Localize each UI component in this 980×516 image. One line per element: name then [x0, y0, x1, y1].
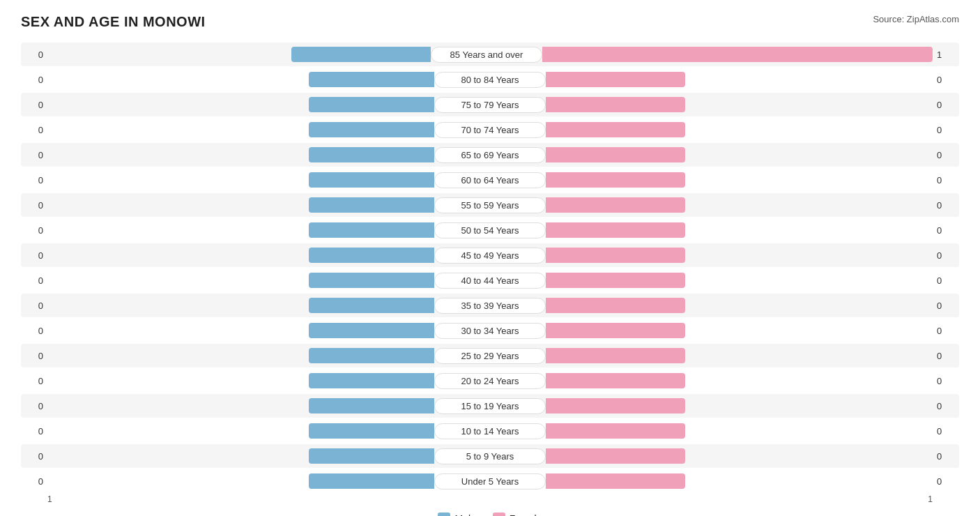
legend: Male Female — [21, 513, 959, 516]
bars-container: 15 to 19 Years — [47, 394, 933, 418]
axis-right-label: 1 — [928, 494, 933, 504]
age-label: 5 to 9 Years — [434, 448, 546, 464]
bar-row: 0 50 to 54 Years 0 — [21, 218, 959, 242]
female-bar-wrap — [546, 222, 933, 238]
female-bar-wrap — [546, 72, 933, 87]
female-bar — [546, 448, 685, 464]
bars-container: 65 to 69 Years — [47, 143, 933, 167]
bars-container: 30 to 34 Years — [47, 319, 933, 342]
right-value: 0 — [933, 100, 959, 110]
male-bar — [309, 398, 434, 413]
age-label: 45 to 49 Years — [434, 248, 546, 264]
bar-row: 0 45 to 49 Years 0 — [21, 243, 959, 267]
legend-male-box — [438, 513, 450, 516]
left-value: 0 — [21, 426, 47, 437]
female-bar-wrap — [546, 248, 933, 263]
age-label: 30 to 34 Years — [434, 323, 546, 339]
age-label: 25 to 29 Years — [434, 348, 546, 364]
age-label: 10 to 14 Years — [434, 423, 546, 439]
male-bar — [309, 197, 434, 213]
left-value: 0 — [21, 351, 47, 361]
male-bar — [309, 373, 434, 388]
bars-container: 75 to 79 Years — [47, 93, 933, 116]
age-label: 20 to 24 Years — [434, 373, 546, 389]
right-value: 0 — [933, 150, 959, 160]
age-label: 55 to 59 Years — [434, 197, 546, 213]
left-value: 0 — [21, 301, 47, 311]
left-value: 0 — [21, 476, 47, 487]
right-value: 0 — [933, 376, 959, 386]
age-label: 40 to 44 Years — [434, 273, 546, 289]
female-bar — [546, 423, 685, 439]
age-label: 65 to 69 Years — [434, 147, 546, 163]
female-bar — [546, 97, 685, 112]
right-value: 0 — [933, 75, 959, 85]
bars-container: 5 to 9 Years — [47, 444, 933, 468]
bars-container: 40 to 44 Years — [47, 268, 933, 292]
left-value: 0 — [21, 150, 47, 160]
bar-row: 0 5 to 9 Years 0 — [21, 444, 959, 468]
female-bar — [546, 172, 685, 188]
left-value: 0 — [21, 275, 47, 286]
right-value: 0 — [933, 476, 959, 487]
age-label: 80 to 84 Years — [434, 72, 546, 88]
left-value: 0 — [21, 250, 47, 261]
male-bar — [309, 172, 434, 188]
male-bar — [309, 298, 434, 313]
male-bar-wrap — [47, 298, 434, 313]
right-value: 0 — [933, 351, 959, 361]
female-bar — [546, 273, 685, 288]
left-value: 0 — [21, 100, 47, 110]
male-bar-wrap — [47, 398, 434, 413]
female-bar-wrap — [546, 398, 933, 413]
source-label: Source: ZipAtlas.com — [873, 14, 959, 24]
right-value: 0 — [933, 326, 959, 336]
female-bar-wrap — [546, 197, 933, 213]
male-bar-wrap — [47, 122, 434, 137]
bars-container: 55 to 59 Years — [47, 193, 933, 217]
bottom-axis: 1 1 — [21, 494, 959, 504]
bars-container: 45 to 49 Years — [47, 243, 933, 267]
left-value: 0 — [21, 50, 47, 60]
right-value: 0 — [933, 275, 959, 286]
male-bar — [309, 448, 434, 464]
bar-row: 0 10 to 14 Years 0 — [21, 419, 959, 443]
male-bar-wrap — [47, 348, 434, 363]
male-bar-wrap — [47, 448, 434, 464]
male-bar-wrap — [47, 222, 434, 238]
bars-container: 10 to 14 Years — [47, 419, 933, 443]
legend-male: Male — [438, 513, 475, 516]
bars-container: 50 to 54 Years — [47, 218, 933, 242]
female-bar-wrap — [546, 348, 933, 363]
male-bar — [309, 323, 434, 338]
male-bar-wrap — [47, 323, 434, 338]
female-bar-wrap — [546, 423, 933, 439]
right-value: 1 — [933, 50, 959, 60]
legend-male-label: Male — [454, 513, 475, 516]
male-bar-wrap — [47, 273, 434, 288]
female-bar — [546, 122, 685, 137]
right-value: 0 — [933, 401, 959, 411]
male-bar — [309, 423, 434, 439]
male-bar — [309, 97, 434, 112]
bar-row: 0 20 to 24 Years 0 — [21, 369, 959, 393]
female-bar-wrap — [546, 448, 933, 464]
male-bar-wrap — [47, 197, 434, 213]
legend-female-box — [493, 513, 505, 516]
male-bar — [309, 122, 434, 137]
left-value: 0 — [21, 451, 47, 462]
female-bar — [546, 323, 685, 338]
male-bar — [309, 147, 434, 162]
left-value: 0 — [21, 75, 47, 85]
female-bar — [546, 373, 685, 388]
female-bar — [546, 197, 685, 213]
right-value: 0 — [933, 200, 959, 211]
bars-container: 20 to 24 Years — [47, 369, 933, 393]
left-value: 0 — [21, 376, 47, 386]
right-value: 0 — [933, 301, 959, 311]
age-label: 35 to 39 Years — [434, 298, 546, 314]
bar-row: 0 35 to 39 Years 0 — [21, 294, 959, 317]
female-bar — [542, 47, 933, 62]
female-bar-wrap — [546, 373, 933, 388]
female-bar-wrap — [546, 298, 933, 313]
